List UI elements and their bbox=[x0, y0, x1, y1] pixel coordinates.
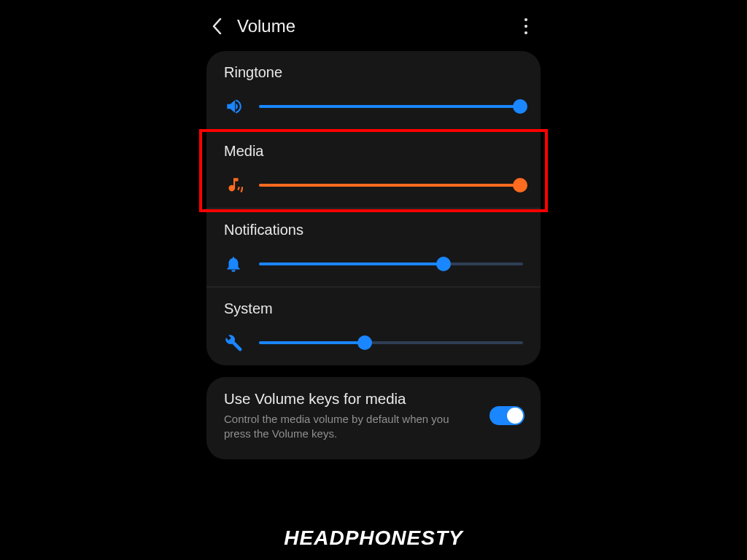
volume-keys-toggle-row[interactable]: Use Volume keys for media Control the me… bbox=[206, 377, 541, 459]
header-bar: Volume bbox=[193, 0, 554, 47]
notifications-slider-row bbox=[224, 254, 523, 273]
speaker-icon bbox=[224, 97, 243, 116]
volume-keys-toggle-card: Use Volume keys for media Control the me… bbox=[206, 377, 541, 459]
chevron-left-icon bbox=[212, 18, 222, 34]
system-section: System bbox=[206, 287, 541, 365]
system-slider[interactable] bbox=[259, 335, 523, 350]
media-section: Media bbox=[206, 129, 541, 208]
wrench-icon bbox=[224, 333, 243, 352]
ringtone-label: Ringtone bbox=[224, 64, 523, 81]
watermark-text: HEADPHONESTY bbox=[0, 526, 747, 550]
music-note-icon bbox=[224, 176, 243, 195]
media-slider-row bbox=[224, 176, 523, 195]
more-options-button[interactable] bbox=[516, 16, 536, 36]
system-slider-row bbox=[224, 333, 523, 352]
notifications-label: Notifications bbox=[224, 222, 523, 238]
ringtone-slider[interactable] bbox=[259, 99, 523, 114]
ringtone-section: Ringtone bbox=[206, 51, 541, 129]
toggle-title: Use Volume keys for media bbox=[224, 390, 478, 408]
bell-icon bbox=[224, 254, 243, 273]
ringtone-slider-row bbox=[224, 97, 523, 116]
page-title: Volume bbox=[237, 16, 506, 36]
notifications-slider[interactable] bbox=[259, 257, 523, 271]
toggle-text: Use Volume keys for media Control the me… bbox=[224, 390, 478, 442]
volume-sliders-card: Ringtone Media bbox=[206, 51, 541, 365]
media-slider[interactable] bbox=[259, 178, 523, 192]
system-label: System bbox=[224, 300, 523, 317]
toggle-subtitle: Control the media volume by default when… bbox=[224, 412, 472, 442]
back-button[interactable] bbox=[206, 16, 227, 36]
media-label: Media bbox=[224, 143, 523, 160]
switch-knob bbox=[507, 408, 523, 424]
media-highlight-box bbox=[199, 129, 548, 212]
volume-keys-switch[interactable] bbox=[489, 406, 525, 425]
vertical-dots-icon bbox=[525, 17, 527, 36]
notifications-section: Notifications bbox=[206, 208, 541, 287]
volume-settings-screen: Volume Ringtone Media bbox=[193, 0, 554, 525]
